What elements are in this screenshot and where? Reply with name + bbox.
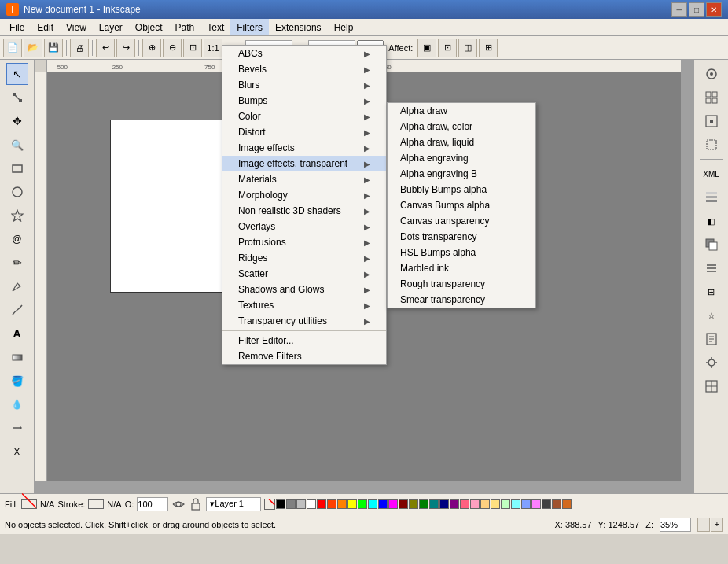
tb-open[interactable]: 📂: [24, 39, 42, 57]
pen-btn[interactable]: [6, 275, 28, 297]
color-light-magenta[interactable]: [531, 499, 541, 509]
menu-layer[interactable]: Layer: [93, 19, 129, 35]
zoom-input[interactable]: [660, 518, 691, 532]
color-dark-green[interactable]: [419, 499, 428, 509]
sub-marbled-ink[interactable]: Marbled ink: [388, 260, 535, 276]
connector-btn[interactable]: [6, 417, 28, 439]
filter-non-realistic[interactable]: Non realistic 3D shaders▶: [222, 203, 386, 219]
filter-shadows-glows[interactable]: Shadows and Glows▶: [222, 282, 386, 297]
zoom-minus-btn[interactable]: -: [697, 518, 710, 532]
docprops-btn[interactable]: [700, 328, 722, 350]
menu-text[interactable]: Text: [200, 19, 230, 35]
pan-tool-btn[interactable]: ✥: [6, 110, 28, 132]
align-btn[interactable]: [700, 257, 722, 279]
color-red[interactable]: [317, 499, 326, 509]
color-light-pink[interactable]: [470, 499, 480, 509]
color-magenta[interactable]: [388, 499, 398, 509]
color-chocolate[interactable]: [562, 499, 572, 509]
node-tool-btn[interactable]: [6, 87, 28, 109]
sub-alpha-draw-liquid[interactable]: Alpha draw, liquid: [388, 135, 535, 150]
menu-extensions[interactable]: Extensions: [269, 19, 328, 35]
color-pink[interactable]: [460, 499, 469, 509]
fill-btn[interactable]: 🪣: [6, 370, 28, 392]
zoom-plus-btn[interactable]: +: [711, 518, 723, 532]
zoom-btn[interactable]: 🔍: [6, 134, 28, 156]
color-red-orange[interactable]: [327, 499, 336, 509]
filter-bumps[interactable]: Bumps▶: [222, 93, 386, 109]
color-brown[interactable]: [552, 499, 561, 509]
eye-icon[interactable]: [171, 497, 186, 511]
filter-morphology[interactable]: Morphology▶: [222, 187, 386, 203]
sub-alpha-draw-color[interactable]: Alpha draw, color: [388, 119, 535, 135]
tb-zoom-out[interactable]: ⊖: [163, 39, 182, 57]
transparent-swatch[interactable]: [264, 499, 275, 510]
filter-distort[interactable]: Distort▶: [222, 124, 386, 140]
fill-swatch[interactable]: [21, 499, 37, 509]
sub-alpha-draw[interactable]: Alpha draw: [388, 103, 535, 119]
color-purple[interactable]: [450, 499, 459, 509]
snap-btn[interactable]: [700, 63, 722, 85]
grid-view-btn[interactable]: [700, 375, 722, 397]
star-btn[interactable]: [6, 205, 28, 227]
color-light-cyan[interactable]: [511, 499, 520, 509]
calligraphy-btn[interactable]: [6, 299, 28, 321]
menu-path[interactable]: Path: [169, 19, 201, 35]
filter-image-effects-transparent[interactable]: Image effects, transparent▶: [222, 156, 386, 171]
filter-textures[interactable]: Textures▶: [222, 297, 386, 313]
rect-btn[interactable]: [6, 157, 28, 179]
lock-icon[interactable]: [189, 497, 203, 511]
filter-color[interactable]: Color▶: [222, 109, 386, 124]
color-silver[interactable]: [296, 499, 306, 509]
stroke-swatch[interactable]: [88, 499, 104, 509]
text-btn[interactable]: A: [6, 323, 28, 345]
filter-blurs[interactable]: Blurs▶: [222, 77, 386, 93]
sub-alpha-engraving[interactable]: Alpha engraving: [388, 150, 535, 166]
layer-selector[interactable]: ▾Layer 1: [206, 497, 261, 511]
color-light-blue[interactable]: [521, 499, 531, 509]
menu-file[interactable]: File: [3, 19, 31, 35]
menu-object[interactable]: Object: [129, 19, 169, 35]
color-peach[interactable]: [480, 499, 490, 509]
remove-filters[interactable]: Remove Filters: [222, 348, 386, 364]
color-yellow[interactable]: [347, 499, 357, 509]
filter-overlays[interactable]: Overlays▶: [222, 219, 386, 234]
snap-bounding-btn[interactable]: [700, 134, 722, 156]
filter-materials[interactable]: Materials▶: [222, 171, 386, 187]
sub-dots-transparency[interactable]: Dots transparency: [388, 229, 535, 245]
color-light-yellow[interactable]: [491, 499, 500, 509]
sub-canvas-transparency[interactable]: Canvas transparency: [388, 213, 535, 229]
filter-ridges[interactable]: Ridges▶: [222, 250, 386, 266]
affect-btn1[interactable]: ▣: [417, 39, 436, 57]
tb-undo[interactable]: ↩: [96, 39, 115, 57]
close-button[interactable]: ✕: [706, 2, 722, 17]
menu-edit[interactable]: Edit: [31, 19, 60, 35]
xml-editor-btn[interactable]: XML: [700, 163, 722, 185]
affect-btn3[interactable]: ◫: [458, 39, 477, 57]
color-dark-gray[interactable]: [542, 499, 551, 509]
opacity-input[interactable]: [137, 497, 168, 511]
sub-rough-transparency[interactable]: Rough transparency: [388, 276, 535, 292]
color-white[interactable]: [307, 499, 316, 509]
color-gray[interactable]: [286, 499, 296, 509]
tb-save[interactable]: 💾: [44, 39, 63, 57]
color-olive[interactable]: [409, 499, 418, 509]
snap-nodes-btn[interactable]: [700, 110, 722, 132]
tb-new[interactable]: 📄: [3, 39, 22, 57]
fill-stroke-btn[interactable]: [700, 234, 722, 256]
measure-btn[interactable]: X: [6, 441, 28, 463]
symbols-btn[interactable]: ☆: [700, 304, 722, 326]
filter-abcs[interactable]: ABCs▶: [222, 46, 386, 61]
menu-help[interactable]: Help: [328, 19, 360, 35]
layers-btn[interactable]: [700, 186, 722, 208]
affect-btn4[interactable]: ⊞: [479, 39, 498, 57]
tb-zoom-1[interactable]: 1:1: [204, 39, 222, 57]
color-maroon[interactable]: [399, 499, 408, 509]
color-light-green[interactable]: [501, 499, 510, 509]
filter-transparency[interactable]: Transparency utilities▶: [222, 313, 386, 329]
pencil-btn[interactable]: ✏: [6, 252, 28, 274]
maximize-button[interactable]: □: [689, 2, 704, 17]
circle-btn[interactable]: [6, 181, 28, 203]
menu-filters[interactable]: Filters: [230, 19, 269, 35]
sub-canvas-bumps-alpha[interactable]: Canvas Bumps alpha: [388, 197, 535, 213]
color-black[interactable]: [276, 499, 285, 509]
